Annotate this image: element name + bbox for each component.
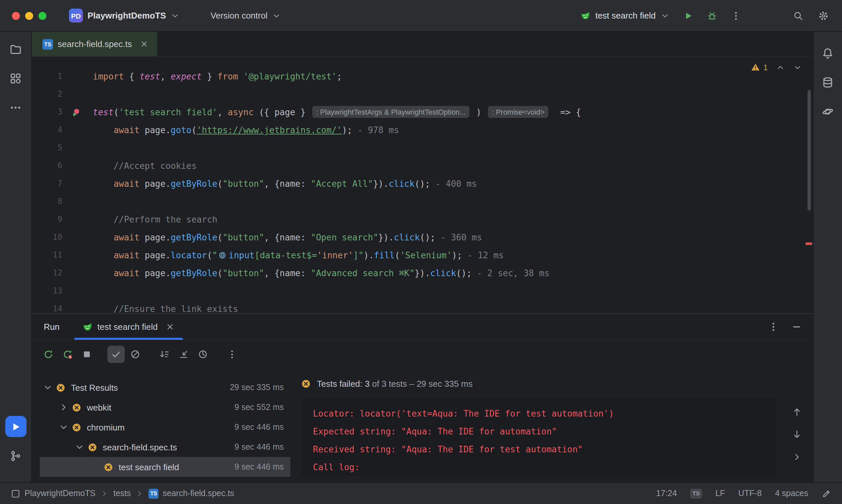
rerun-test-gutter-icon[interactable] bbox=[72, 108, 81, 117]
tab-search-field-spec[interactable]: TS search-field.spec.ts bbox=[32, 32, 157, 56]
code-text[interactable]: //Accept cookies bbox=[93, 157, 813, 175]
line-number[interactable]: 10 bbox=[32, 229, 62, 246]
scroll-to-top-button[interactable] bbox=[790, 405, 804, 418]
console-output[interactable]: Locator: locator('text=Aqua: The IDE for… bbox=[301, 398, 776, 475]
more-actions-button[interactable] bbox=[727, 6, 745, 25]
test-tree-item[interactable]: Test Results29 sec 335 ms bbox=[40, 378, 290, 397]
database-tool-button[interactable] bbox=[817, 72, 838, 93]
typescript-service-widget[interactable]: TS bbox=[690, 488, 702, 498]
endpoints-tool-button[interactable] bbox=[817, 101, 838, 122]
more-h-icon bbox=[9, 101, 22, 113]
search-everywhere-button[interactable] bbox=[789, 6, 808, 25]
rerun-failed-tests-button[interactable] bbox=[59, 346, 76, 363]
line-separator-widget[interactable]: LF bbox=[715, 489, 725, 498]
line-number[interactable]: 6 bbox=[32, 157, 62, 175]
code-text[interactable]: //Perform the search bbox=[93, 211, 813, 229]
chevron-down-icon[interactable] bbox=[58, 422, 69, 432]
code-text[interactable]: //Ensure the link exists bbox=[93, 300, 813, 313]
test-tree-item[interactable]: webkit9 sec 552 ms bbox=[40, 397, 290, 417]
line-number[interactable]: 4 bbox=[32, 121, 62, 139]
editor-scrollbar[interactable] bbox=[808, 90, 811, 211]
notifications-button[interactable] bbox=[817, 42, 838, 64]
warnings-indicator[interactable]: 1 bbox=[751, 62, 768, 72]
vcs-widget[interactable]: Version control bbox=[207, 8, 286, 23]
minimize-window-button[interactable] bbox=[25, 12, 33, 20]
line-number[interactable]: 11 bbox=[32, 246, 62, 264]
code-text[interactable] bbox=[93, 86, 813, 103]
line-number[interactable]: 8 bbox=[32, 193, 62, 211]
settings-button[interactable] bbox=[814, 6, 833, 25]
hide-panel-icon[interactable] bbox=[791, 321, 802, 332]
code-text[interactable]: await page.getByRole("button", {name: "O… bbox=[93, 229, 813, 246]
test-tree-item[interactable]: chromium9 sec 446 ms bbox=[40, 417, 290, 437]
run-panel-options-icon[interactable] bbox=[768, 321, 779, 332]
show-ignored-button[interactable] bbox=[127, 346, 144, 363]
code-text[interactable] bbox=[93, 193, 813, 211]
more-tools-button[interactable] bbox=[5, 97, 26, 118]
project-tool-button[interactable] bbox=[5, 38, 26, 60]
code-text[interactable] bbox=[93, 139, 813, 157]
playwright-icon bbox=[580, 10, 591, 21]
breadcrumb-item[interactable]: tests bbox=[114, 489, 131, 498]
sort-by-duration-button[interactable] bbox=[194, 346, 211, 363]
line-number[interactable]: 7 bbox=[32, 175, 62, 193]
encoding-widget[interactable]: UTF-8 bbox=[738, 489, 762, 498]
code-text[interactable]: await page.getByRole("button", {name: "A… bbox=[93, 264, 813, 282]
indent-widget[interactable]: 4 spaces bbox=[775, 489, 808, 498]
structure-tool-button[interactable] bbox=[5, 68, 26, 89]
gutter-mark bbox=[68, 86, 85, 103]
code-line: 11 await page.locator("input[data-test$=… bbox=[32, 246, 813, 264]
line-number[interactable]: 13 bbox=[32, 282, 62, 300]
code-text[interactable] bbox=[93, 282, 813, 300]
fullscreen-window-button[interactable] bbox=[38, 12, 47, 20]
code-editor[interactable]: 1import { test, expect } from '@playwrig… bbox=[32, 57, 813, 313]
chevron-down-icon[interactable] bbox=[74, 442, 85, 452]
code-text[interactable]: await page.locator("input[data-test$='in… bbox=[93, 246, 813, 264]
code-text[interactable]: test('test search field', async ({ page … bbox=[93, 103, 813, 121]
more-options-button[interactable] bbox=[223, 346, 241, 363]
line-number[interactable]: 1 bbox=[32, 68, 62, 86]
sort-icon bbox=[159, 349, 170, 360]
code-text[interactable]: await page.goto('https://www.jetbrains.c… bbox=[93, 121, 813, 139]
show-passed-button[interactable] bbox=[107, 346, 125, 363]
navigate-with-single-click-button[interactable] bbox=[175, 346, 192, 363]
line-number[interactable]: 12 bbox=[32, 264, 62, 282]
close-run-tab-icon[interactable] bbox=[165, 322, 175, 332]
stop-button[interactable] bbox=[78, 346, 96, 363]
breadcrumb-item[interactable]: PlaywrightDemoTS bbox=[11, 488, 96, 498]
gutter-mark bbox=[68, 300, 85, 313]
rerun-tests-button[interactable] bbox=[40, 346, 57, 363]
line-number[interactable]: 3 bbox=[32, 103, 62, 121]
line-number[interactable]: 2 bbox=[32, 86, 62, 103]
run-config-widget[interactable]: test search field bbox=[576, 7, 674, 23]
gutter: 4 bbox=[32, 121, 93, 139]
run-tab[interactable]: test search field bbox=[74, 314, 183, 340]
caret-position-widget[interactable]: 17:24 bbox=[656, 489, 677, 498]
readonly-toggle-widget[interactable] bbox=[822, 488, 831, 498]
project-widget[interactable]: PD PlaywrightDemoTS bbox=[65, 6, 184, 25]
line-number[interactable]: 14 bbox=[32, 300, 62, 313]
chevron-down-icon[interactable] bbox=[42, 382, 53, 393]
version-control-tool-button[interactable] bbox=[5, 445, 26, 466]
run-tool-button[interactable] bbox=[5, 416, 26, 437]
prev-problem-icon[interactable] bbox=[776, 62, 785, 72]
expand-console-button[interactable] bbox=[790, 450, 804, 464]
debug-button[interactable] bbox=[703, 6, 721, 25]
breadcrumb-item[interactable]: TSsearch-field.spec.ts bbox=[149, 488, 234, 498]
code-text[interactable]: import { test, expect } from '@playwrigh… bbox=[93, 68, 813, 86]
sort-alphabetically-button[interactable] bbox=[156, 346, 173, 363]
close-window-button[interactable] bbox=[12, 12, 20, 20]
test-tree-item[interactable]: test search field9 sec 446 ms bbox=[40, 457, 290, 477]
line-number[interactable]: 5 bbox=[32, 139, 62, 157]
run-button[interactable] bbox=[679, 6, 698, 25]
close-tab-icon[interactable] bbox=[139, 39, 149, 49]
chevron-right-icon[interactable] bbox=[58, 402, 69, 413]
next-problem-icon[interactable] bbox=[793, 62, 802, 72]
test-failed-icon bbox=[56, 382, 66, 392]
scroll-to-bottom-button[interactable] bbox=[790, 428, 804, 441]
test-tree-item[interactable]: search-field.spec.ts9 sec 446 ms bbox=[40, 437, 290, 457]
code-text[interactable]: await page.getByRole("button", {name: "A… bbox=[93, 175, 813, 193]
line-number[interactable]: 9 bbox=[32, 211, 62, 229]
error-stripe-mark[interactable] bbox=[806, 242, 812, 245]
gutter-mark bbox=[68, 246, 85, 264]
